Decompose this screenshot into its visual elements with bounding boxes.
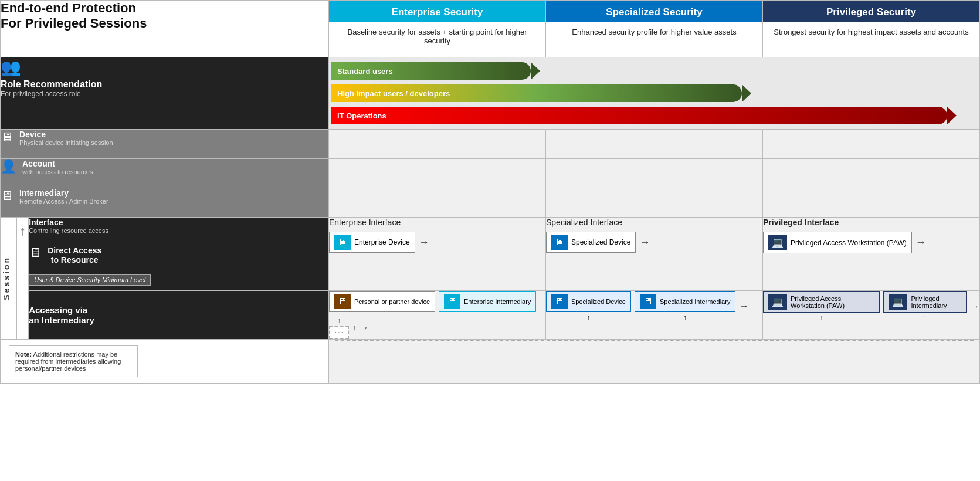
header-row: End-to-end Protection For Privileged Ses… [1, 1, 980, 57]
privileged-header-cell: Privileged Security Strongest security f… [763, 1, 980, 57]
priv-dev-icon: 💻 [768, 294, 787, 310]
privileged-arrow-right: → [915, 236, 926, 249]
spec-inter-label: Specialized Intermediary [660, 298, 730, 305]
spec-dev-icon: 🖥 [551, 294, 568, 309]
spec-dev-label: Specialized Device [571, 298, 626, 305]
priv-dev-label: Privileged Access Workstation (PAW) [791, 295, 874, 309]
account-label-cell: 👤 Account with access to resources [1, 159, 329, 188]
up-arrow-col: ↑ [17, 218, 29, 340]
intermediary-row: 🖥 Intermediary Remote Access / Admin Bro… [1, 188, 980, 218]
privileged-accessing-cell: 💻 Privileged Access Workstation (PAW) ↑ … [763, 291, 980, 340]
account-privileged-cell [763, 159, 980, 188]
personal-device-label: Personal or partner device [354, 298, 430, 305]
high-impact-label: High impact users / developers [337, 89, 450, 98]
intermediary-label-title: Intermediary [1, 188, 328, 198]
enterprise-inter-label: Enterprise Intermediary [464, 298, 531, 305]
account-label-sub: with access to resources [1, 168, 328, 175]
device-label-sub: Physical device initiating session [1, 139, 328, 146]
privileged-device-box: 💻 Privileged Access Workstation (PAW) [763, 232, 912, 253]
dashed-box: · · · [329, 326, 349, 339]
privileged-desc: Strongest security for highest impact as… [763, 22, 979, 57]
priv-inter-icon: 💻 [889, 294, 907, 310]
priv-right-arr: → [970, 302, 979, 312]
personal-device-icon: 🖥 [334, 294, 351, 309]
title-cell: End-to-end Protection For Privileged Ses… [1, 1, 329, 57]
spec-inter-box: 🖥 Specialized Intermediary [635, 291, 735, 312]
ent-right-arrow: → [360, 323, 369, 333]
note-cell: Note: Additional restrictions may be req… [1, 340, 329, 384]
interface-row: Session ↑ Interface Controlling resource… [1, 218, 980, 291]
enterprise-interface-title: Enterprise Interface [329, 218, 545, 227]
dashed-line [335, 340, 974, 341]
role-rec-row: 👥 Role Recommendation For privileged acc… [1, 57, 980, 130]
specialized-device-box: 🖥 Specialized Device [546, 232, 636, 253]
spec-dev-box: 🖥 Specialized Device [546, 291, 631, 312]
privileged-interface-cell: Privileged Interface 💻 Privileged Access… [763, 218, 980, 291]
intermediary-label-cell: 🖥 Intermediary Remote Access / Admin Bro… [1, 188, 329, 218]
page-title: End-to-end Protection For Privileged Ses… [1, 1, 328, 32]
intermediary-icon: 🖥 [1, 188, 13, 204]
enterprise-device-label: Enterprise Device [354, 238, 410, 246]
specialized-header: Specialized Security [546, 1, 762, 22]
note-right-cell [329, 340, 980, 384]
high-impact-arrow: High impact users / developers [331, 84, 742, 102]
priv-dev-box: 💻 Privileged Access Workstation (PAW) [763, 291, 880, 313]
enterprise-device-icon: 🖥 [334, 235, 351, 250]
specialized-device-icon: 🖥 [551, 235, 568, 250]
privileged-device-icon: 💻 [768, 235, 787, 250]
account-label-title: Account [1, 159, 328, 168]
priv-up2: ↑ [923, 314, 927, 322]
up-arrow-icon: ↑ [17, 223, 28, 239]
specialized-interface-cell: Specialized Interface 🖥 Specialized Devi… [546, 218, 763, 291]
role-rec-title: Role Recommendation [1, 79, 328, 90]
note-box: Note: Additional restrictions may be req… [9, 345, 138, 377]
intermediary-privileged-cell [763, 188, 980, 218]
role-rec-icon: 👥 [1, 57, 328, 77]
account-specialized-cell [546, 159, 763, 188]
it-ops-arrow: IT Operations [331, 107, 947, 124]
enterprise-inter-icon: 🖥 [444, 294, 460, 309]
direct-access-icon: 🖥 [29, 245, 42, 260]
main-table: End-to-end Protection For Privileged Ses… [0, 0, 980, 384]
device-enterprise-cell [329, 130, 546, 159]
enterprise-header-cell: Enterprise Security Baseline security fo… [329, 1, 546, 57]
priv-up1: ↑ [820, 314, 823, 322]
accessing-title: Accessing via an Intermediary [29, 305, 328, 325]
spec-up2: ↑ [683, 313, 687, 321]
device-specialized-cell [546, 130, 763, 159]
min-level-badge: User & Device Security Minimum Level [29, 274, 151, 286]
personal-device-box: 🖥 Personal or partner device [329, 291, 435, 312]
enterprise-inter-box: 🖥 Enterprise Intermediary [439, 291, 536, 312]
privileged-device-label: Privileged Access Workstation (PAW) [791, 239, 907, 247]
priv-inter-label: Privileged Intermediary [911, 295, 961, 309]
device-label-title: Device [1, 130, 328, 139]
accessing-label-cell: Accessing via an Intermediary [29, 291, 329, 340]
session-label: Session [1, 250, 12, 306]
interface-subtitle: Controlling resource access [29, 227, 328, 234]
device-privileged-cell [763, 130, 980, 159]
standard-users-arrow: Standard users [331, 62, 531, 80]
specialized-arrow-right: → [639, 236, 650, 249]
note-text: Additional restrictions may be required … [15, 351, 121, 372]
arrows-container: Standard users High impact users / devel… [329, 57, 979, 129]
privileged-interface-title: Privileged Interface [763, 218, 979, 227]
specialized-device-row: 🖥 Specialized Device → [546, 232, 762, 253]
enterprise-device-box: 🖥 Enterprise Device [329, 232, 415, 253]
enterprise-arrow-right: → [419, 236, 429, 249]
account-enterprise-cell [329, 159, 546, 188]
enterprise-device-row: 🖥 Enterprise Device → [329, 232, 545, 253]
note-row: Note: Additional restrictions may be req… [1, 340, 980, 384]
specialized-interface-title: Specialized Interface [546, 218, 762, 227]
intermediary-enterprise-cell [329, 188, 546, 218]
enterprise-accessing-cell: 🖥 Personal or partner device 🖥 Enterpris… [329, 291, 546, 340]
account-row: 👤 Account with access to resources [1, 159, 980, 188]
specialized-device-label: Specialized Device [571, 238, 630, 246]
enterprise-interface-cell: Enterprise Interface 🖥 Enterprise Device… [329, 218, 546, 291]
it-ops-label: IT Operations [337, 111, 386, 120]
spec-right-arr: → [739, 301, 748, 311]
ent-up-arrow2: ↑ [352, 324, 356, 332]
privileged-device-row: 💻 Privileged Access Workstation (PAW) → [763, 232, 979, 253]
enterprise-header: Enterprise Security [329, 1, 545, 22]
device-row: 🖥 Device Physical device initiating sess… [1, 130, 980, 159]
specialized-header-cell: Specialized Security Enhanced security p… [546, 1, 763, 57]
